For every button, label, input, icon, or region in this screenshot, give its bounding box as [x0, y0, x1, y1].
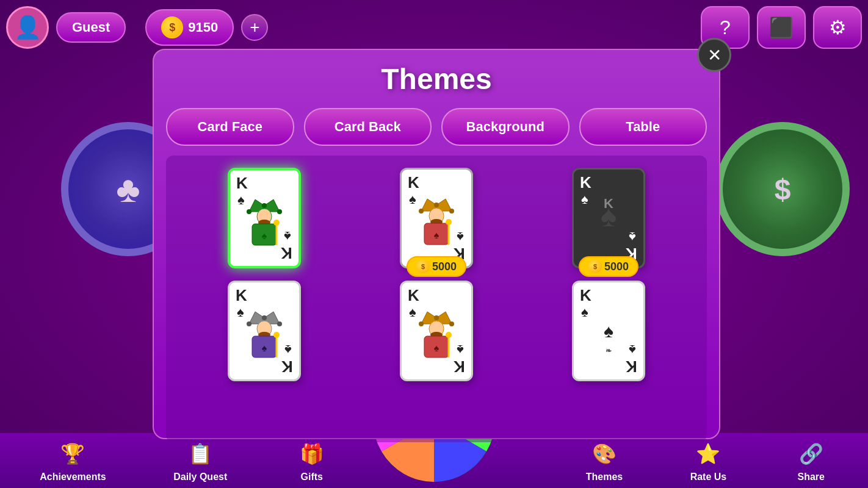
share-button[interactable]: 🔗 Share: [794, 439, 828, 483]
theme-tabs: Card Face Card Back Background Table: [166, 108, 707, 146]
playing-card-1: K ♠: [228, 168, 301, 268]
themes-icon: 🎨: [587, 439, 621, 469]
card-suit-bottom: ♠: [284, 228, 291, 244]
svg-text:K: K: [604, 196, 613, 211]
exit-icon: ⬛: [769, 16, 794, 39]
card-rank: K: [236, 175, 248, 191]
svg-point-2: [262, 203, 267, 208]
daily-quest-label: Daily Quest: [173, 472, 227, 483]
card-item-5[interactable]: K ♠ ♠ K ♠: [356, 281, 516, 381]
price-label: 5000: [432, 260, 457, 273]
svg-point-23: [247, 321, 251, 326]
card-suit-bottom: ♠: [284, 342, 292, 357]
card-rank-bottom: K: [454, 359, 465, 375]
modal-title: Themes: [166, 62, 707, 96]
tab-table[interactable]: Table: [579, 108, 707, 146]
svg-point-1: [247, 209, 251, 214]
card-suit-bottom: ♠: [457, 229, 464, 245]
card-rank: K: [580, 287, 591, 303]
daily-quest-icon: 📋: [183, 439, 217, 469]
svg-point-25: [277, 321, 282, 326]
svg-point-35: [449, 321, 454, 326]
tab-card-face[interactable]: Card Face: [166, 108, 294, 146]
coins-amount: 9150: [188, 20, 218, 35]
themes-label: Themes: [586, 472, 623, 483]
close-button[interactable]: ✕: [697, 38, 731, 72]
svg-point-33: [419, 321, 424, 326]
coin-icon: $: [161, 16, 183, 38]
playing-card-6: K ♠ ♠ ❧ K ♠: [572, 281, 645, 381]
chip-right: $: [715, 122, 850, 256]
share-label: Share: [797, 472, 824, 483]
share-icon: 🔗: [794, 439, 828, 469]
tab-card-back[interactable]: Card Back: [304, 108, 432, 146]
add-coins-button[interactable]: +: [241, 14, 268, 41]
card-rank: K: [408, 287, 419, 303]
themes-modal: ✕ Themes Card Face Card Back Background …: [153, 49, 720, 439]
price-label: 5000: [604, 260, 629, 273]
card-rank: K: [236, 287, 247, 303]
card-item-1[interactable]: K ♠: [184, 168, 344, 268]
king-figure-3: ♠ K: [587, 193, 630, 248]
card-item-2[interactable]: K ♠ ♠ K ♠: [356, 168, 516, 268]
card-item-3[interactable]: K ♠ ♠ K K ♠ $ 5000: [529, 168, 689, 268]
settings-icon: ⚙: [829, 16, 847, 39]
svg-point-30: [273, 332, 280, 338]
card-item-6[interactable]: K ♠ ♠ ❧ K ♠: [529, 281, 689, 381]
svg-point-18: [446, 219, 452, 225]
price-coin: $: [416, 260, 430, 273]
username-badge: Guest: [56, 12, 126, 43]
coins-badge: $ 9150: [145, 9, 234, 46]
price-badge-3: $ 5000: [579, 256, 638, 277]
svg-text:♠: ♠: [262, 343, 267, 353]
rate-us-button[interactable]: ⭐ Rate Us: [690, 439, 727, 483]
svg-point-13: [449, 209, 454, 214]
svg-point-3: [277, 209, 282, 214]
exit-button[interactable]: ⬛: [757, 6, 806, 49]
card-rank-bottom: K: [281, 245, 292, 261]
king-figure-4: ♠: [243, 306, 286, 361]
rate-us-icon: ⭐: [691, 439, 725, 469]
svg-point-34: [434, 315, 439, 320]
svg-point-40: [446, 332, 452, 338]
svg-point-8: [273, 220, 280, 226]
achievements-icon: 🏆: [56, 439, 90, 469]
cards-grid: K ♠: [184, 168, 689, 381]
king-figure: ♠: [243, 193, 286, 248]
top-bar: 👤 Guest $ 9150 + ? ⬛ ⚙: [6, 6, 862, 49]
daily-quest-button[interactable]: 📋 Daily Quest: [173, 439, 227, 483]
king-figure-2: ♠: [415, 193, 458, 248]
settings-button[interactable]: ⚙: [813, 6, 862, 49]
card-suit-bottom: ♠: [629, 342, 636, 357]
achievements-button[interactable]: 🏆 Achievements: [40, 439, 106, 483]
achievements-label: Achievements: [40, 472, 106, 483]
playing-card-4: K ♠ ♠ K ♠: [228, 281, 301, 381]
avatar: 👤: [6, 6, 49, 49]
svg-point-12: [434, 203, 439, 207]
card-suit-bottom: ♠: [457, 342, 464, 357]
svg-text:♠: ♠: [262, 231, 267, 241]
tab-background[interactable]: Background: [441, 108, 570, 146]
svg-text:♠: ♠: [434, 343, 439, 353]
gifts-label: Gifts: [301, 472, 323, 483]
svg-text:♠: ♠: [434, 230, 439, 240]
playing-card-5: K ♠ ♠ K ♠: [400, 281, 473, 381]
gifts-icon: 🎁: [295, 439, 329, 469]
svg-point-24: [262, 315, 267, 320]
rate-us-label: Rate Us: [690, 472, 727, 483]
card-rank-bottom: K: [626, 359, 637, 375]
cards-area: K ♠: [166, 156, 707, 442]
themes-button[interactable]: 🎨 Themes: [586, 439, 623, 483]
card-item-4[interactable]: K ♠ ♠ K ♠: [184, 281, 344, 381]
card-suit-bottom: ♠: [629, 229, 636, 245]
card-rank-bottom: K: [281, 359, 293, 375]
svg-text:❧: ❧: [606, 346, 612, 355]
card-rank: K: [580, 174, 591, 190]
king-figure-6: ♠ ❧: [587, 306, 630, 361]
svg-point-11: [419, 209, 424, 214]
close-icon: ✕: [707, 45, 722, 65]
username-text: Guest: [72, 20, 110, 35]
gifts-button[interactable]: 🎁 Gifts: [295, 439, 329, 483]
price-coin: $: [588, 260, 602, 273]
svg-text:♠: ♠: [604, 321, 613, 341]
